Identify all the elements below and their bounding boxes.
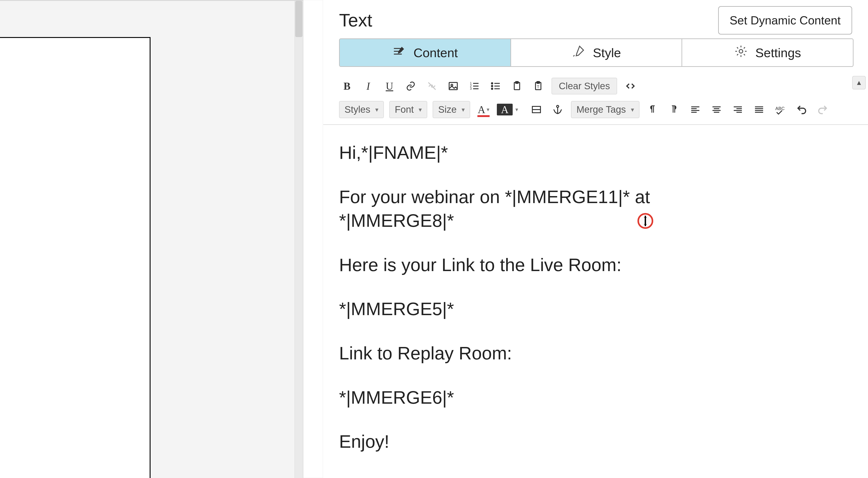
- content-line-2[interactable]: For your webinar on *|MMERGE11|* at *|MM…: [339, 185, 667, 233]
- tab-settings-label: Settings: [755, 45, 801, 60]
- redo-button: [815, 102, 831, 118]
- unlink-button: [424, 78, 440, 94]
- svg-point-8: [491, 88, 493, 90]
- anchor-button[interactable]: [550, 102, 565, 118]
- svg-point-15: [557, 105, 559, 107]
- set-dynamic-content-button[interactable]: Set Dynamic Content: [718, 6, 852, 35]
- bg-color-letter: A: [501, 104, 508, 116]
- source-code-button[interactable]: [622, 78, 638, 94]
- caret-down-icon: ▾: [487, 106, 489, 113]
- collapse-toolbar-button[interactable]: ▲: [852, 76, 866, 90]
- ordered-list-button[interactable]: 123: [467, 78, 483, 94]
- svg-rect-1: [449, 83, 457, 90]
- svg-text:T: T: [537, 85, 539, 89]
- caret-down-icon: ▾: [515, 106, 518, 113]
- content-pencil-icon: [392, 44, 406, 61]
- preview-scrollbar[interactable]: [294, 1, 303, 478]
- svg-text:ABC: ABC: [775, 106, 784, 111]
- preview-blank-2: [0, 286, 136, 304]
- undo-button[interactable]: [794, 102, 809, 118]
- editor-toolbar: B I U 123 T Clear Style: [339, 76, 852, 120]
- content-line-1[interactable]: Hi,*|FNAME|*: [339, 141, 852, 165]
- italic-button[interactable]: I: [360, 78, 376, 94]
- styles-dropdown-label: Styles: [344, 104, 370, 115]
- text-color-button[interactable]: A ▾: [475, 102, 491, 118]
- tab-settings[interactable]: Settings: [682, 39, 853, 66]
- align-right-button[interactable]: [730, 102, 746, 118]
- paintbrush-icon: [572, 44, 585, 61]
- underline-button[interactable]: U: [381, 78, 397, 94]
- toolbar-divider: [323, 124, 868, 125]
- content-line-5[interactable]: Link to Replay Room:: [339, 341, 852, 365]
- horizontal-rule-button[interactable]: [528, 102, 544, 118]
- editor-header: Text Set Dynamic Content: [339, 4, 852, 36]
- ltr-button[interactable]: [645, 102, 661, 118]
- styles-dropdown[interactable]: Styles ▾: [339, 101, 384, 118]
- content-line-4[interactable]: *|MMERGE5|*: [339, 297, 852, 321]
- merge-tags-label: Merge Tags: [577, 104, 626, 115]
- font-dropdown[interactable]: Font ▾: [389, 101, 427, 118]
- svg-point-7: [491, 85, 493, 87]
- unordered-list-button[interactable]: [488, 78, 504, 94]
- svg-point-6: [491, 83, 493, 84]
- text-color-swatch: [477, 115, 490, 117]
- gear-icon: [734, 44, 748, 61]
- tab-content[interactable]: Content: [340, 39, 510, 66]
- size-dropdown[interactable]: Size ▾: [433, 101, 470, 118]
- bold-button[interactable]: B: [339, 78, 355, 94]
- content-line-6[interactable]: *|MMERGE6|*: [339, 386, 852, 410]
- link-button[interactable]: [403, 78, 418, 94]
- paste-button[interactable]: [509, 78, 525, 94]
- caret-down-icon: ▾: [631, 106, 634, 114]
- toolbar-row-1: B I U 123 T Clear Style: [339, 76, 852, 96]
- svg-point-0: [739, 50, 743, 53]
- background-color-button[interactable]: A ▾: [497, 104, 513, 116]
- align-left-button[interactable]: [687, 102, 703, 118]
- editor-tabs: Content Style Settings: [339, 38, 854, 67]
- clear-styles-button[interactable]: Clear Styles: [552, 78, 617, 94]
- size-dropdown-label: Size: [438, 104, 457, 115]
- paste-from-word-button[interactable]: T: [530, 78, 546, 94]
- preview-card: :11|* om:: [0, 37, 151, 478]
- align-center-button[interactable]: [709, 102, 724, 118]
- content-editor[interactable]: Hi,*|FNAME|* For your webinar on *|MMERG…: [339, 141, 852, 454]
- preview-blank-1: [0, 210, 136, 228]
- tab-style[interactable]: Style: [510, 39, 682, 66]
- content-line-7[interactable]: Enjoy!: [339, 429, 852, 454]
- preview-text-block: :11|* om:: [0, 65, 136, 448]
- caret-down-icon: ▾: [418, 106, 422, 114]
- preview-scroll-thumb[interactable]: [295, 1, 303, 37]
- content-line-3[interactable]: Here is your Link to the Live Room:: [339, 253, 852, 277]
- image-button[interactable]: [445, 78, 461, 94]
- font-dropdown-label: Font: [395, 104, 414, 115]
- toolbar-row-2: Styles ▾ Font ▾ Size ▾ A ▾ A ▾: [339, 99, 852, 120]
- editor-panel: Text Set Dynamic Content Content Style: [323, 0, 868, 478]
- text-color-letter: A: [478, 104, 485, 116]
- tab-content-label: Content: [413, 45, 458, 60]
- merge-tags-dropdown[interactable]: Merge Tags ▾: [571, 101, 640, 118]
- preview-line-1: :11|*: [0, 123, 136, 152]
- panel-resize-handle[interactable]: [303, 0, 324, 478]
- preview-line-2: om:: [0, 361, 136, 390]
- spellcheck-button[interactable]: ABC: [772, 102, 788, 118]
- svg-text:3: 3: [470, 87, 472, 90]
- rtl-button[interactable]: [666, 102, 682, 118]
- caret-down-icon: ▾: [462, 106, 465, 114]
- tab-style-label: Style: [593, 45, 621, 60]
- preview-panel: :11|* om:: [0, 0, 303, 478]
- align-justify-button[interactable]: [751, 102, 767, 118]
- caret-down-icon: ▾: [375, 106, 378, 114]
- panel-title: Text: [339, 10, 372, 31]
